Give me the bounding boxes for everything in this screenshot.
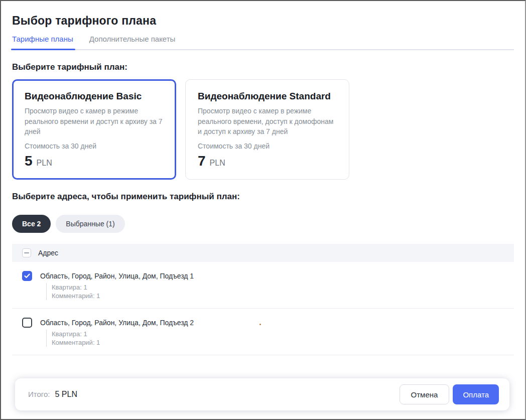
comment-line: Комментарий: 1 [52, 292, 194, 300]
dialog-content: Выбор тарифного плана Тарифные планы Доп… [1, 1, 525, 355]
cancel-button[interactable]: Отмена [400, 384, 450, 404]
total-value: 5 PLN [55, 390, 77, 399]
apartment-line: Квартира: 1 [52, 330, 194, 338]
address-column-header: Адрес [38, 249, 58, 257]
tab-tariff-plans-label: Тарифные планы [12, 35, 73, 43]
stray-dot [259, 324, 261, 325]
plan-description: Просмотр видео с камер в режиме реальног… [198, 106, 337, 137]
indeterminate-minus-icon [24, 252, 29, 253]
plan-name: Видеонаблюдение Standard [198, 91, 337, 102]
price-value: 5 [25, 153, 33, 169]
address-row-1: Область, Город, Район, Улица, Дом, Подъе… [12, 262, 514, 309]
address-row-2: Область, Город, Район, Улица, Дом, Подъе… [12, 309, 514, 355]
select-all-checkbox[interactable] [22, 248, 31, 257]
plan-cards: Видеонаблюдение Basic Просмотр видео с к… [12, 79, 514, 180]
footer-actions: Отмена Оплата [400, 384, 499, 404]
tariff-selection-dialog: Выбор тарифного плана Тарифные планы Доп… [0, 0, 526, 420]
plan-name: Видеонаблюдение Basic [25, 91, 164, 102]
address-details: Квартира: 1 Комментарий: 1 [46, 283, 194, 300]
plan-card-standard[interactable]: Видеонаблюдение Standard Просмотр видео … [185, 79, 349, 180]
address-filter-chips: Все 2 Выбранные (1) [12, 215, 514, 233]
price-row: 7 PLN [198, 153, 337, 169]
tab-bar: Тарифные планы Дополнительные пакеты [12, 35, 514, 50]
address-table: Адрес Область, Город, Район, Улица, Дом,… [12, 244, 514, 355]
total-footer-bar: Итого: 5 PLN Отмена Оплата [15, 378, 509, 410]
price-currency: PLN [37, 159, 52, 168]
address-checkbox-unchecked[interactable] [22, 318, 32, 328]
price-label: Стоимость за 30 дней [25, 142, 164, 150]
address-table-header: Адрес [12, 244, 514, 262]
address-line: Область, Город, Район, Улица, Дом, Подъе… [40, 318, 194, 328]
address-line: Область, Город, Район, Улица, Дом, Подъе… [40, 271, 194, 281]
address-section-heading: Выберите адреса, чтобы применить тарифны… [12, 192, 514, 202]
plan-section-heading: Выберите тарифный план: [12, 62, 514, 72]
tab-tariff-plans[interactable]: Тарифные планы [12, 35, 73, 49]
price-value: 7 [198, 153, 206, 169]
address-details: Квартира: 1 Комментарий: 1 [46, 330, 194, 347]
address-row-text: Область, Город, Район, Улица, Дом, Подъе… [40, 318, 194, 347]
tab-additional-packages-label: Дополнительные пакеты [89, 35, 176, 43]
tab-additional-packages[interactable]: Дополнительные пакеты [89, 35, 176, 49]
address-checkbox-checked[interactable] [22, 271, 32, 281]
price-currency: PLN [210, 159, 225, 168]
price-row: 5 PLN [25, 153, 164, 169]
filter-chip-selected[interactable]: Выбранные (1) [56, 215, 124, 233]
total-label: Итого: [28, 390, 50, 398]
plan-description: Просмотр видео с камер в режиме реальног… [25, 106, 164, 137]
total-block: Итого: 5 PLN [28, 390, 77, 399]
plan-card-basic[interactable]: Видеонаблюдение Basic Просмотр видео с к… [12, 79, 176, 180]
address-row-text: Область, Город, Район, Улица, Дом, Подъе… [40, 271, 194, 300]
pay-button[interactable]: Оплата [453, 384, 499, 404]
filter-chip-all[interactable]: Все 2 [12, 215, 51, 233]
page-title: Выбор тарифного плана [12, 14, 514, 28]
check-icon [24, 273, 30, 278]
price-label: Стоимость за 30 дней [198, 142, 337, 150]
plan-price-block: Стоимость за 30 дней 5 PLN [25, 142, 164, 169]
comment-line: Комментарий: 1 [52, 338, 194, 347]
apartment-line: Квартира: 1 [52, 283, 194, 292]
plan-price-block: Стоимость за 30 дней 7 PLN [198, 142, 337, 169]
